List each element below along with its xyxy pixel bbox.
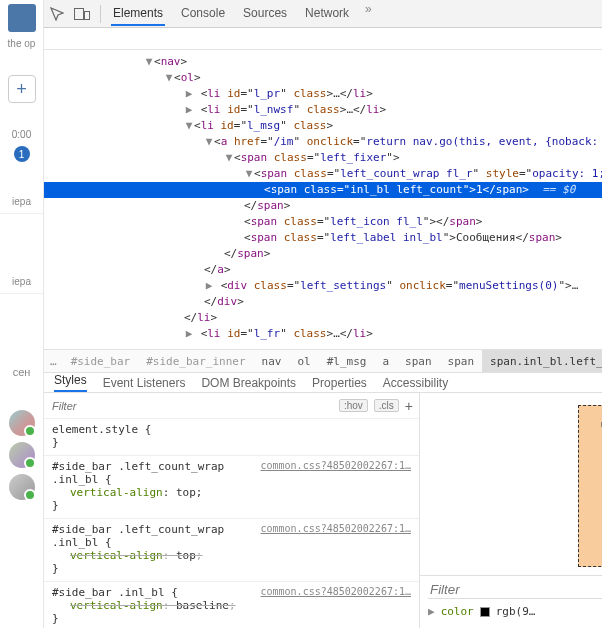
devtools: Elements Console Sources Network » 112 1… xyxy=(44,0,602,628)
cls-toggle[interactable]: .cls xyxy=(374,399,399,412)
dom-node[interactable]: <span class="left_label inl_bl">Сообщени… xyxy=(44,230,602,246)
time-label: 0:00 xyxy=(12,129,31,140)
css-rule[interactable]: common.css?48502002267:1…#side_bar .left… xyxy=(44,519,419,582)
month-label: сен xyxy=(13,366,31,378)
dom-breadcrumbs[interactable]: …#side_bar#side_bar_innernavol#l_msgaspa… xyxy=(44,349,602,373)
dom-node[interactable]: ▶ <li id="l_nwsf" class>…</li> xyxy=(44,102,602,118)
devtools-toolbar: Elements Console Sources Network » 112 1… xyxy=(44,0,602,28)
tab-accessibility[interactable]: Accessibility xyxy=(383,376,448,390)
breadcrumb-item[interactable]: #side_bar_inner xyxy=(138,355,253,368)
inspect-icon[interactable] xyxy=(50,7,64,21)
computed-filter-input[interactable] xyxy=(428,581,602,599)
color-swatch-icon[interactable] xyxy=(480,607,490,617)
dom-node[interactable]: </li> xyxy=(44,310,602,326)
breadcrumb-overflow[interactable]: … xyxy=(44,355,63,368)
breadcrumb-item[interactable]: #side_bar xyxy=(63,355,139,368)
dom-selected-node[interactable]: <span class="inl_bl left_count">1</span>… xyxy=(44,182,602,198)
breadcrumb-item[interactable]: span xyxy=(440,355,483,368)
app-logo xyxy=(8,4,36,32)
breadcrumb-item[interactable]: ol xyxy=(289,355,318,368)
dom-node[interactable]: ▼<a href="/im" onclick="return nav.go(th… xyxy=(44,134,602,150)
avatar[interactable] xyxy=(9,442,35,468)
dom-node[interactable]: </a> xyxy=(44,262,602,278)
new-rule-icon[interactable]: + xyxy=(405,398,413,414)
dom-node[interactable]: ▼<ol> xyxy=(44,70,602,86)
styles-filter-input[interactable] xyxy=(50,399,333,413)
add-button[interactable]: + xyxy=(8,75,36,103)
css-rule[interactable]: element.style {} xyxy=(44,419,419,456)
source-link[interactable]: common.css?48502002267:1… xyxy=(260,586,411,597)
breadcrumb-item[interactable]: span xyxy=(397,355,440,368)
dom-node[interactable]: ▼<span class="left_fixer"> xyxy=(44,150,602,166)
dom-node[interactable]: </span> xyxy=(44,246,602,262)
source-link[interactable]: common.css?48502002267:1… xyxy=(260,460,411,471)
device-toggle-icon[interactable] xyxy=(74,7,90,21)
svg-rect-1 xyxy=(85,11,90,19)
hov-toggle[interactable]: :hov xyxy=(339,399,368,412)
dom-node[interactable]: ▼<nav> xyxy=(44,54,602,70)
avatar[interactable] xyxy=(9,474,35,500)
expand-icon[interactable]: ▶ xyxy=(428,605,435,618)
tab-event-listeners[interactable]: Event Listeners xyxy=(103,376,186,390)
snippet-1: іера xyxy=(12,196,31,207)
tab-network[interactable]: Network xyxy=(303,2,351,26)
dom-node[interactable]: ▶ <li id="l_pr" class>…</li> xyxy=(44,86,602,102)
source-link[interactable]: common.css?48502002267:1… xyxy=(260,523,411,534)
dom-node[interactable]: <span class="left_icon fl_l"></span> xyxy=(44,214,602,230)
background-app-column: the op + 0:00 1 іера іера сен xyxy=(0,0,44,628)
tab-styles[interactable]: Styles xyxy=(54,373,87,392)
tab-elements[interactable]: Elements xyxy=(111,2,165,26)
dom-node[interactable]: ▶ <div class="left_settings" onclick="me… xyxy=(44,278,602,294)
tab-dom-breakpoints[interactable]: DOM Breakpoints xyxy=(201,376,296,390)
panel-tabs: Elements Console Sources Network » xyxy=(111,2,372,26)
subpanel-tabs: Styles Event Listeners DOM Breakpoints P… xyxy=(44,373,602,393)
dom-node[interactable]: ▶ <li id="l_fr" class>…</li> xyxy=(44,326,602,342)
computed-prop-value: rgb(9… xyxy=(496,605,536,618)
secondary-toolbar xyxy=(44,28,602,50)
box-model[interactable]: margin border padding 6.313 × 17 xyxy=(578,405,602,567)
dom-node[interactable]: </span> xyxy=(44,198,602,214)
breadcrumb-item[interactable]: #l_msg xyxy=(319,355,375,368)
svg-rect-0 xyxy=(75,8,84,19)
unread-badge[interactable]: 1 xyxy=(14,146,30,162)
computed-pane: margin border padding 6.313 × 17 xyxy=(420,393,602,628)
dom-node[interactable]: </div> xyxy=(44,294,602,310)
breadcrumb-item[interactable]: span.inl_bl.left_count xyxy=(482,350,602,372)
breadcrumb-item[interactable]: a xyxy=(374,355,397,368)
styles-pane: :hov .cls + element.style {}common.css?4… xyxy=(44,393,420,628)
more-tabs-icon[interactable]: » xyxy=(365,2,372,26)
css-rules-list[interactable]: element.style {}common.css?48502002267:1… xyxy=(44,419,419,628)
breadcrumb-item[interactable]: nav xyxy=(254,355,290,368)
app-snippet: the op xyxy=(8,38,36,49)
tab-sources[interactable]: Sources xyxy=(241,2,289,26)
tab-console[interactable]: Console xyxy=(179,2,227,26)
tab-properties[interactable]: Properties xyxy=(312,376,367,390)
dom-node[interactable]: ▼<span class="left_count_wrap fl_r" styl… xyxy=(44,166,602,182)
css-rule[interactable]: common.css?48502002267:1…#side_bar .inl_… xyxy=(44,582,419,628)
dom-tree[interactable]: ▼<nav>▼<ol>▶ <li id="l_pr" class>…</li>▶… xyxy=(44,50,602,349)
dom-node[interactable]: ▼<li id="l_msg" class> xyxy=(44,118,602,134)
snippet-2: іера xyxy=(12,276,31,287)
css-rule[interactable]: common.css?48502002267:1…#side_bar .left… xyxy=(44,456,419,519)
computed-prop-name: color xyxy=(441,605,474,618)
avatar[interactable] xyxy=(9,410,35,436)
